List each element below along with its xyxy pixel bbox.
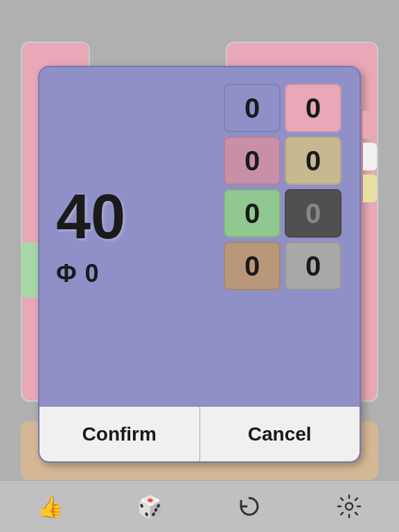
grid-row-1: 0 0 bbox=[224, 136, 348, 185]
grid-cell-1-1: 0 bbox=[285, 136, 342, 185]
main-dialog: 40 Φ 0 0 0 0 0 0 0 0 bbox=[38, 66, 361, 463]
phi-value: 0 bbox=[85, 259, 99, 288]
settings-button[interactable] bbox=[332, 489, 366, 524]
dialog-buttons: Confirm Cancel bbox=[39, 406, 360, 461]
phi-row: Φ 0 bbox=[56, 259, 99, 288]
right-tab-yellow bbox=[363, 175, 377, 202]
grid-cell-3-1: 0 bbox=[285, 242, 342, 290]
grid-row-0: 0 0 bbox=[224, 84, 348, 132]
dialog-left: 40 Φ 0 bbox=[51, 78, 215, 395]
confirm-button[interactable]: Confirm bbox=[39, 407, 200, 461]
grid-cell-0-0: 0 bbox=[224, 84, 281, 132]
right-tabs bbox=[363, 111, 377, 202]
phi-symbol: Φ bbox=[56, 259, 77, 288]
toolbar: 👍 🎲 bbox=[0, 480, 399, 532]
right-tab-white bbox=[363, 143, 377, 170]
cancel-button[interactable]: Cancel bbox=[200, 407, 360, 461]
right-tab-pink bbox=[363, 111, 377, 139]
grid-row-3: 0 0 bbox=[224, 242, 348, 290]
thumbs-up-button[interactable]: 👍 bbox=[33, 489, 67, 524]
grid-cell-1-0: 0 bbox=[224, 136, 281, 185]
grid-cell-3-0: 0 bbox=[224, 242, 281, 290]
grid-cell-2-1: 0 bbox=[285, 189, 342, 238]
grid-row-2: 0 0 bbox=[224, 189, 348, 238]
big-number: 40 bbox=[56, 186, 125, 248]
grid-cell-2-0: 0 bbox=[224, 189, 281, 238]
dialog-grid: 0 0 0 0 0 0 0 0 bbox=[224, 78, 348, 395]
dice-button[interactable]: 🎲 bbox=[132, 489, 167, 524]
dialog-content: 40 Φ 0 0 0 0 0 0 0 0 bbox=[39, 67, 360, 406]
grid-cell-0-1: 0 bbox=[285, 84, 342, 132]
svg-point-0 bbox=[346, 503, 353, 510]
refresh-button[interactable] bbox=[232, 489, 267, 524]
